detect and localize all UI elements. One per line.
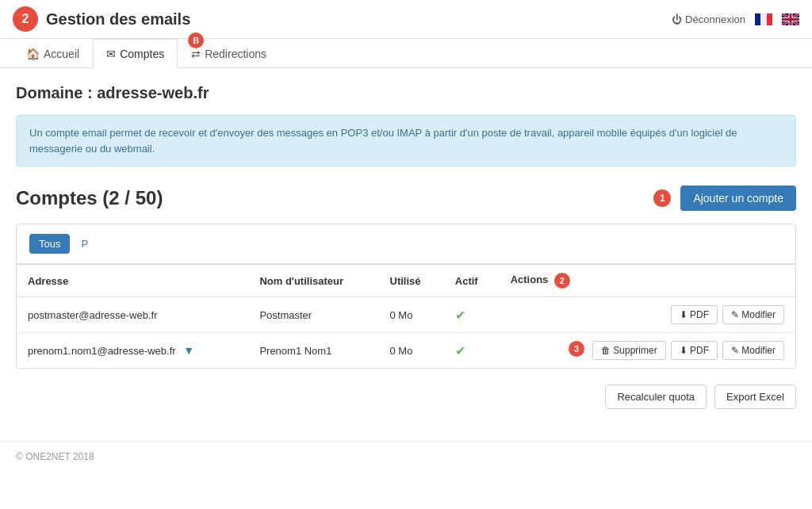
add-compte-button[interactable]: Ajouter un compte: [680, 186, 796, 211]
col-adresse: Adresse: [17, 265, 248, 297]
cell-utilise: 0 Mo: [379, 333, 444, 369]
actif-check-icon: ✔: [455, 344, 465, 358]
cell-nom: Prenom1 Nom1: [248, 333, 378, 369]
cell-nom: Postmaster: [248, 297, 378, 333]
badge-b: B: [188, 33, 204, 48]
accounts-table: Adresse Nom d'utilisateur Utilisé Actif …: [17, 264, 795, 368]
pdf-button[interactable]: ⬇ PDF: [671, 305, 718, 324]
modifier-button[interactable]: ✎ Modifier: [722, 305, 784, 324]
col-nom: Nom d'utilisateur: [248, 265, 378, 297]
arrows-icon: ⇄: [191, 48, 201, 60]
domain-title: Domaine : adresse-web.fr: [16, 84, 796, 102]
info-box: Un compte email permet de recevoir et d'…: [16, 115, 796, 166]
envelope-icon: ✉: [106, 48, 116, 60]
table-header-row: Adresse Nom d'utilisateur Utilisé Actif …: [17, 265, 795, 297]
footer: © ONE2NET 2018: [0, 441, 812, 472]
cell-actif: ✔: [444, 297, 500, 333]
cell-actions: ⬇ PDF ✎ Modifier: [500, 297, 795, 333]
badge-2: 2: [554, 273, 570, 289]
power-icon: ⏻: [672, 13, 682, 25]
deconnexion-link[interactable]: ⏻ Déconnexion: [672, 13, 745, 25]
nav-tabs: 🏠 Accueil ✉ Comptes B ⇄ Redirections: [0, 39, 812, 68]
main-content: Domaine : adresse-web.fr Un compte email…: [0, 68, 812, 441]
supprimer-button[interactable]: 🗑 Supprimer: [592, 341, 666, 360]
flag-en-icon[interactable]: [782, 13, 799, 25]
svg-text:2: 2: [22, 12, 29, 25]
pdf-button[interactable]: ⬇ PDF: [671, 341, 718, 360]
recalculer-quota-button[interactable]: Recalculer quota: [605, 385, 707, 409]
col-utilise: Utilisé: [379, 265, 444, 297]
edit-icon: ✎: [731, 345, 739, 356]
section-header-right: 1 Ajouter un compte: [653, 186, 796, 211]
modifier-button[interactable]: ✎ Modifier: [722, 341, 784, 360]
action-buttons: ⬇ PDF ✎ Modifier: [511, 305, 784, 324]
download-icon: ⬇: [680, 345, 688, 356]
filter-icon: ▼: [183, 344, 194, 357]
bottom-actions: Recalculer quota Export Excel: [16, 385, 796, 409]
cell-adresse: prenom1.nom1@adresse-web.fr ▼: [17, 333, 248, 369]
download-icon: ⬇: [680, 309, 688, 320]
col-actions: Actions 2: [500, 265, 795, 297]
cell-utilise: 0 Mo: [379, 297, 444, 333]
badge-1: 1: [653, 189, 671, 207]
table-card: Tous P Adresse Nom d'utilisateur Utilisé…: [16, 224, 796, 369]
header-right: ⏻ Déconnexion: [672, 13, 799, 25]
actif-check-icon: ✔: [455, 308, 465, 322]
filter-p-button[interactable]: P: [75, 234, 94, 254]
comptes-section-title: Comptes (2 / 50): [16, 187, 163, 209]
trash-icon: 🗑: [601, 345, 611, 356]
app-title: Gestion des emails: [46, 10, 190, 29]
svg-rect-2: [755, 13, 760, 25]
filter-tous-button[interactable]: Tous: [29, 234, 70, 254]
export-excel-button[interactable]: Export Excel: [714, 385, 796, 409]
home-icon: 🏠: [26, 48, 40, 60]
badge-3: 3: [569, 341, 584, 357]
cell-actions: 3 🗑 Supprimer ⬇ PDF ✎ Modifier: [500, 333, 795, 369]
header-left: 2 Gestion des emails: [13, 6, 190, 32]
tab-comptes[interactable]: ✉ Comptes: [93, 39, 178, 68]
filter-bar: Tous P: [17, 224, 795, 264]
action-buttons: 3 🗑 Supprimer ⬇ PDF ✎ Modifier: [511, 341, 784, 360]
svg-rect-4: [767, 13, 772, 25]
section-header: Comptes (2 / 50) 1 Ajouter un compte: [16, 186, 796, 211]
edit-icon: ✎: [731, 309, 739, 320]
svg-rect-3: [760, 13, 767, 25]
header: 2 Gestion des emails ⏻ Déconnexion: [0, 0, 812, 39]
flag-fr-icon[interactable]: [755, 13, 772, 25]
cell-adresse: postmaster@adresse-web.fr: [17, 297, 248, 333]
col-actif: Actif: [444, 265, 500, 297]
tab-accueil[interactable]: 🏠 Accueil: [13, 39, 93, 68]
table-row: postmaster@adresse-web.fr Postmaster 0 M…: [17, 297, 795, 333]
cell-actif: ✔: [444, 333, 500, 369]
table-row: prenom1.nom1@adresse-web.fr ▼ Prenom1 No…: [17, 333, 795, 369]
logo-icon: 2: [13, 6, 38, 32]
